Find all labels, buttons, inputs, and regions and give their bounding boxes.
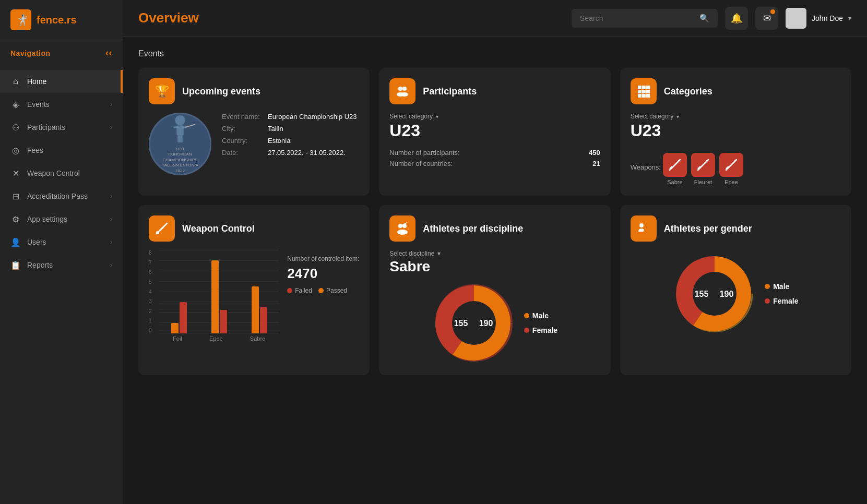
event-name-value: European Championship U23 bbox=[268, 113, 357, 121]
reports-icon: 📋 bbox=[10, 260, 21, 270]
sidebar-item-fees[interactable]: ◎ Fees bbox=[0, 139, 123, 162]
content-area: Events 🏆 Upcoming events bbox=[123, 37, 867, 504]
y-axis: 8 7 6 5 4 3 2 1 0 bbox=[149, 250, 152, 333]
user-area[interactable]: John Doe ▾ bbox=[786, 8, 851, 29]
sidebar-item-events[interactable]: ◈ Events › bbox=[0, 93, 123, 116]
discipline-male-legend: Male bbox=[524, 311, 557, 320]
svg-point-7 bbox=[398, 87, 402, 91]
categories-card: Categories Select category ▾ U23 Weapons… bbox=[620, 68, 851, 196]
app-settings-chevron-icon: › bbox=[110, 215, 112, 223]
participants-card-title: Participants bbox=[423, 86, 477, 97]
user-chevron-icon: ▾ bbox=[848, 15, 851, 22]
country-label: Country: bbox=[222, 137, 264, 145]
selected-category-value: U23 bbox=[389, 121, 600, 140]
event-name-label: Event name: bbox=[222, 113, 264, 121]
fleuret-label: Fleuret bbox=[694, 179, 712, 185]
sabre-label: Sabre bbox=[250, 335, 265, 342]
home-icon: ⌂ bbox=[10, 76, 21, 87]
mail-button[interactable]: ✉ bbox=[755, 7, 778, 30]
sidebar-item-users[interactable]: 👤 Users › bbox=[0, 231, 123, 254]
svg-rect-16 bbox=[646, 90, 650, 93]
svg-rect-18 bbox=[642, 94, 646, 98]
num-participants-value: 450 bbox=[589, 149, 600, 157]
upcoming-events-icon: 🏆 bbox=[149, 78, 175, 104]
categories-card-title: Categories bbox=[664, 86, 712, 97]
cards-grid-top: 🏆 Upcoming events bbox=[138, 68, 851, 196]
legend-passed: Passed bbox=[318, 287, 347, 294]
notifications-button[interactable]: 🔔 bbox=[725, 7, 748, 30]
events-chevron-icon: › bbox=[110, 101, 112, 108]
svg-rect-14 bbox=[638, 90, 642, 93]
sidebar-item-accreditation[interactable]: ⊟ Accreditation Pass › bbox=[0, 185, 123, 208]
discipline-select-arrow-icon: ▾ bbox=[437, 250, 441, 257]
logo-text: fence.rs bbox=[37, 14, 77, 26]
accreditation-icon: ⊟ bbox=[10, 191, 21, 201]
weapon-legend: Failed Passed bbox=[287, 287, 347, 294]
participants-card: Participants Select category ▾ U23 Numbe… bbox=[379, 68, 610, 196]
num-countries-row: Number of countries: 21 bbox=[389, 160, 600, 167]
sidebar-item-users-label: Users bbox=[27, 238, 46, 246]
categories-select-arrow-icon: ▾ bbox=[676, 114, 679, 119]
select-category-dropdown[interactable]: Select category ▾ bbox=[389, 113, 600, 120]
sabre-bar-red bbox=[260, 307, 267, 333]
foil-bar-red bbox=[180, 302, 187, 333]
select-category-label: Select category bbox=[389, 113, 433, 120]
legend-failed-label: Failed bbox=[295, 287, 312, 294]
discipline-female-dot bbox=[524, 328, 529, 333]
discipline-pie-chart: 155 190 bbox=[432, 281, 516, 365]
legend-passed-label: Passed bbox=[326, 287, 347, 294]
weapons-label: Weapons: bbox=[631, 163, 661, 171]
bar-chart-area: 8 7 6 5 4 3 2 1 0 bbox=[149, 250, 279, 342]
fees-icon: ◎ bbox=[10, 145, 21, 155]
controlled-value: 2470 bbox=[287, 266, 317, 282]
svg-rect-11 bbox=[638, 86, 642, 89]
categories-select-dropdown[interactable]: Select category ▾ bbox=[631, 113, 841, 120]
search-input[interactable] bbox=[580, 14, 694, 22]
weapon-epee: Epee bbox=[719, 153, 743, 185]
mail-badge bbox=[770, 9, 775, 14]
users-chevron-icon: › bbox=[110, 238, 112, 246]
header: Overview 🔍 🔔 ✉ John Doe ▾ bbox=[123, 0, 867, 37]
sidebar-item-reports[interactable]: 📋 Reports › bbox=[0, 254, 123, 277]
athletes-discipline-chart: 155 190 Male Female bbox=[389, 281, 600, 365]
participants-chevron-icon: › bbox=[110, 124, 112, 131]
svg-point-0 bbox=[175, 115, 185, 125]
nav-header-label: Navigation bbox=[10, 49, 51, 57]
sidebar-item-participants[interactable]: ⚇ Participants › bbox=[0, 116, 123, 139]
events-icon: ◈ bbox=[10, 99, 21, 110]
discipline-select-label: Select discipline bbox=[389, 250, 434, 257]
sidebar-item-home-label: Home bbox=[27, 77, 46, 86]
epee-label: Epee bbox=[725, 179, 738, 185]
svg-line-6 bbox=[185, 124, 195, 127]
svg-rect-2 bbox=[173, 126, 179, 128]
city-row: City: Tallin bbox=[222, 125, 359, 133]
sidebar-item-accreditation-label: Accreditation Pass bbox=[27, 192, 88, 200]
sidebar-item-home[interactable]: ⌂ Home bbox=[0, 70, 123, 93]
legend-failed: Failed bbox=[287, 287, 312, 294]
gender-male-dot bbox=[765, 284, 770, 289]
weapon-control-content: 8 7 6 5 4 3 2 1 0 bbox=[149, 250, 359, 342]
sidebar-item-weapon-control[interactable]: ✕ Weapon Control bbox=[0, 162, 123, 185]
failed-dot bbox=[287, 288, 292, 293]
sidebar: 🤺 fence.rs Navigation ‹‹ ⌂ Home ◈ Events… bbox=[0, 0, 123, 504]
main-area: Overview 🔍 🔔 ✉ John Doe ▾ Events bbox=[123, 0, 867, 504]
discipline-selected-value: Sabre bbox=[389, 258, 600, 275]
discipline-select-dropdown[interactable]: Select discipline ▾ bbox=[389, 250, 600, 257]
city-label: City: bbox=[222, 125, 264, 133]
avatar bbox=[786, 8, 806, 29]
gender-female-label: Female bbox=[773, 297, 798, 305]
svg-rect-19 bbox=[646, 94, 650, 98]
sidebar-item-app-settings[interactable]: ⚙ App settings › bbox=[0, 208, 123, 231]
events-section-title: Events bbox=[138, 49, 851, 58]
discipline-pie-legend: Male Female bbox=[524, 311, 557, 334]
sabre-bar-orange bbox=[252, 286, 259, 333]
search-bar[interactable]: 🔍 bbox=[572, 9, 718, 28]
logo-suffix: .rs bbox=[64, 14, 76, 26]
participants-card-icon bbox=[389, 78, 415, 104]
upcoming-events-title: Upcoming events bbox=[182, 86, 260, 97]
svg-rect-4 bbox=[177, 136, 180, 143]
nav-items: ⌂ Home ◈ Events › ⚇ Participants › ◎ Fee… bbox=[0, 66, 123, 504]
upcoming-events-card: 🏆 Upcoming events bbox=[138, 68, 370, 196]
weapon-control-header: Weapon Control bbox=[149, 215, 359, 242]
nav-toggle-icon[interactable]: ‹‹ bbox=[105, 47, 112, 58]
